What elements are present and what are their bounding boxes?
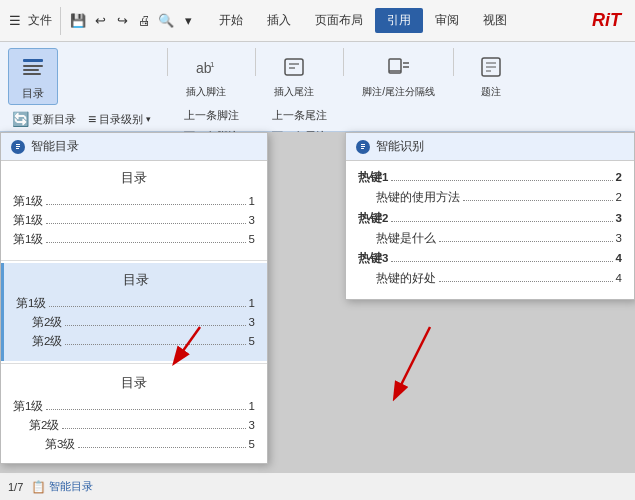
- toc-dots: [78, 447, 245, 448]
- toc-item-1-1-label: 第1级: [13, 193, 43, 209]
- insert-endnote-icon: [278, 51, 310, 83]
- insert-footnote-icon: ab 1: [190, 51, 222, 83]
- toc-dropdown[interactable]: 智能目录 目录 第1级 1 第1级 3 第1级 5: [0, 132, 268, 464]
- svg-text:1: 1: [210, 60, 215, 69]
- tab-review[interactable]: 审阅: [423, 8, 471, 33]
- smart-item-3-num: 3: [616, 210, 622, 227]
- ribbon-citation-group: 题注: [466, 48, 526, 102]
- ribbon-divider3: [343, 48, 344, 76]
- smart-dots: [439, 281, 613, 282]
- tab-layout[interactable]: 页面布局: [303, 8, 375, 33]
- smart-item-4-label: 热键是什么: [376, 230, 436, 247]
- toc-level-button[interactable]: ≡ 目录级别 ▾: [84, 109, 155, 129]
- smart-panel[interactable]: 智能识别 热键1 2 热键的使用方法 2 热键2 3: [345, 132, 635, 300]
- toc-item-2-3: 第2级 5: [16, 333, 255, 349]
- toolbar: ☰ 文件 💾 ↩ ↪ 🖨 🔍 ▾ 开始 插入 页面布局 引用 审阅 视图 RiT: [0, 0, 635, 42]
- toc-level-label: 目录级别: [99, 112, 143, 127]
- footnote-separator-icon: [383, 51, 415, 83]
- toc-item-2-2-label: 第2级: [32, 314, 62, 330]
- update-toc-icon: 🔄: [12, 111, 29, 127]
- toc-item-2-1: 第1级 1: [16, 295, 255, 311]
- toolbar-divider: [60, 7, 61, 35]
- svg-rect-3: [23, 73, 41, 75]
- redo-icon[interactable]: ↪: [113, 12, 131, 30]
- insert-endnote-button[interactable]: 插入尾注: [268, 48, 320, 102]
- smart-dots: [391, 180, 612, 181]
- smart-dots: [391, 221, 612, 222]
- toc-section-1[interactable]: 目录 第1级 1 第1级 3 第1级 5: [1, 161, 267, 258]
- toc-dots: [46, 409, 245, 410]
- ribbon-divider2: [255, 48, 256, 76]
- toc-divider-1: [1, 260, 267, 261]
- smart-item-4: 热键是什么 3: [358, 230, 622, 247]
- toc-level-arrow: ▾: [146, 114, 151, 124]
- toc-dots: [62, 428, 245, 429]
- prev-footnote-label: 上一条脚注: [184, 108, 239, 123]
- page-number-label: 1/7: [8, 481, 23, 493]
- save-icon[interactable]: 💾: [69, 12, 87, 30]
- tab-insert[interactable]: 插入: [255, 8, 303, 33]
- prev-footnote-button[interactable]: 上一条脚注: [180, 106, 243, 125]
- tab-view[interactable]: 视图: [471, 8, 519, 33]
- toc-item-1-3-num: 5: [249, 231, 255, 247]
- toc-item-1-2-label: 第1级: [13, 212, 43, 228]
- ribbon-divider4: [453, 48, 454, 76]
- prev-endnote-button[interactable]: 上一条尾注: [268, 106, 331, 125]
- toc-section-2[interactable]: 目录 第1级 1 第2级 3 第2级 5: [1, 263, 267, 360]
- toc-dots: [46, 223, 245, 224]
- insert-endnote-label: 插入尾注: [274, 85, 314, 99]
- print-icon[interactable]: 🖨: [135, 12, 153, 30]
- toc-item-2-1-num: 1: [249, 295, 255, 311]
- footnote-separator-label: 脚注/尾注分隔线: [362, 85, 435, 99]
- footnote-separator-button[interactable]: 脚注/尾注分隔线: [356, 48, 441, 102]
- smart-item-6: 热键的好处 4: [358, 270, 622, 287]
- toolbar-tabs: 开始 插入 页面布局 引用 审阅 视图: [207, 8, 519, 33]
- smart-item-1-label: 热键1: [358, 169, 388, 186]
- undo-icon[interactable]: ↩: [91, 12, 109, 30]
- ribbon: 目录 🔄 更新目录 ≡ 目录级别 ▾ ab 1: [0, 42, 635, 132]
- update-toc-button[interactable]: 🔄 更新目录: [8, 109, 80, 129]
- toc-item-3-3-label: 第3级: [45, 436, 75, 452]
- toc-dots: [65, 344, 245, 345]
- tab-references[interactable]: 引用: [375, 8, 423, 33]
- toc-button[interactable]: 目录: [8, 48, 58, 105]
- toc-level-icon: ≡: [88, 111, 96, 127]
- smart-item-6-label: 热键的好处: [376, 270, 436, 287]
- toolbar-left: ☰ 文件 💾 ↩ ↪ 🖨 🔍 ▾: [6, 7, 197, 35]
- toc-item-2-3-num: 5: [249, 333, 255, 349]
- smart-item-5: 热键3 4: [358, 250, 622, 267]
- toc-item-2-2: 第2级 3: [16, 314, 255, 330]
- citation-button[interactable]: 题注: [466, 48, 516, 102]
- insert-footnote-button[interactable]: ab 1 插入脚注: [180, 48, 232, 102]
- toc-section-2-title: 目录: [16, 271, 255, 289]
- toc-dots: [46, 242, 245, 243]
- toc-item-3-1: 第1级 1: [13, 398, 255, 414]
- toc-divider-2: [1, 363, 267, 364]
- smart-header-icon: [356, 140, 370, 154]
- toc-item-1-3-label: 第1级: [13, 231, 43, 247]
- more-icon[interactable]: ▾: [179, 12, 197, 30]
- toc-icon: [17, 52, 49, 84]
- svg-rect-1: [23, 65, 43, 67]
- zoom-icon[interactable]: 🔍: [157, 12, 175, 30]
- toc-dropdown-header: 智能目录: [1, 133, 267, 161]
- svg-rect-2: [23, 69, 39, 71]
- toc-section-3-title: 目录: [13, 374, 255, 392]
- toc-section-3[interactable]: 目录 第1级 1 第2级 3 第3级 5: [1, 366, 267, 463]
- toc-item-3-3-num: 5: [249, 436, 255, 452]
- tab-start[interactable]: 开始: [207, 8, 255, 33]
- toc-status-label[interactable]: 智能目录: [49, 479, 93, 494]
- ribbon-divider1: [167, 48, 168, 76]
- menu-icon[interactable]: ☰: [6, 12, 24, 30]
- file-menu-label[interactable]: 文件: [28, 12, 52, 29]
- smart-dots: [463, 200, 613, 201]
- toc-label: 目录: [22, 86, 44, 101]
- smart-item-1-num: 2: [616, 169, 622, 186]
- toc-item-1-1: 第1级 1: [13, 193, 255, 209]
- toc-status-item[interactable]: 📋 智能目录: [31, 479, 93, 494]
- toc-dots: [49, 306, 245, 307]
- rit-label: RiT: [592, 10, 629, 31]
- toc-item-2-3-label: 第2级: [32, 333, 62, 349]
- toc-item-1-3: 第1级 5: [13, 231, 255, 247]
- toc-item-3-3: 第3级 5: [13, 436, 255, 452]
